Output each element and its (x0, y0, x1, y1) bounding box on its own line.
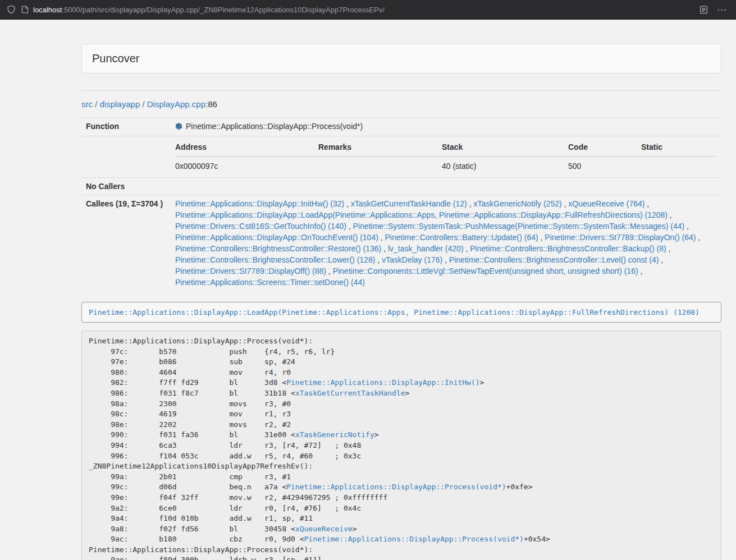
asm-symbol-link[interactable]: Pinetime::Applications::DisplayApp::Init… (286, 378, 479, 387)
symbol-header-row: AddressRemarksStackCodeStatic (175, 139, 717, 157)
callee-separator: , (666, 244, 671, 253)
function-icon (175, 122, 182, 133)
symbol-stats-cell: AddressRemarksStackCodeStatic 0x0000097c… (171, 136, 721, 178)
callee-separator: , (696, 233, 701, 242)
url-text: localhost:5000/path/src/displayapp/Displ… (33, 6, 385, 14)
callee-link[interactable]: xTaskGetCurrentTaskHandle (12) (351, 199, 467, 208)
page-icon (21, 6, 29, 13)
callee-separator: , (638, 267, 643, 276)
callee-link[interactable]: Pinetime::System::SystemTask::PushMessag… (353, 222, 685, 231)
callee-separator: , (464, 244, 470, 253)
column-header-address: Address (175, 139, 318, 157)
callee-link[interactable]: Pinetime::Controllers::BrightnessControl… (175, 244, 381, 253)
callee-separator: , (326, 267, 333, 276)
toolbar-actions: ⋯ (700, 5, 729, 15)
column-header-static: Static (641, 139, 717, 157)
asm-symbol-link[interactable]: xQueueReceive (295, 525, 353, 533)
function-table: Function Pinetime::Applications::Display… (81, 117, 721, 291)
breadcrumb-link[interactable]: DisplayApp.cpp (147, 99, 205, 109)
column-header-stack: Stack (442, 139, 568, 157)
symbol-value-code: 500 (568, 157, 641, 175)
callees-row: Callees (19, Σ=3704 ) Pinetime::Applicat… (81, 195, 721, 291)
symbol-value-stack: 40 (static) (442, 157, 568, 175)
symbol-value-static (641, 157, 717, 175)
no-callers-row: No Callers (81, 178, 721, 195)
function-label: Function (81, 118, 171, 136)
highlighted-symbol-link[interactable]: Pinetime::Applications::DisplayApp::Load… (89, 308, 700, 316)
symbol-stats-table: AddressRemarksStackCodeStatic 0x0000097c… (175, 139, 717, 175)
symbol-stats-row: AddressRemarksStackCodeStatic 0x0000097c… (81, 136, 721, 178)
callee-link[interactable]: xQueueReceive (764) (568, 199, 644, 208)
divider (81, 90, 721, 91)
callee-separator: , (644, 199, 649, 208)
callee-link[interactable]: Pinetime::Controllers::BrightnessControl… (175, 255, 375, 264)
no-callers-cell (171, 178, 721, 195)
callee-separator: , (562, 199, 569, 208)
callee-link[interactable]: Pinetime::Controllers::BrightnessControl… (470, 244, 666, 253)
function-row: Function Pinetime::Applications::Display… (81, 118, 721, 136)
symbol-stats-label-cell (81, 136, 171, 178)
shield-icon[interactable] (7, 5, 16, 14)
callee-link[interactable]: Pinetime::Applications::DisplayApp::Init… (175, 199, 344, 208)
asm-symbol-link[interactable]: xTaskGenericNotify (295, 430, 374, 439)
no-callers-label: No Callers (81, 178, 171, 195)
reader-view-icon[interactable] (700, 6, 708, 14)
breadcrumb-line-number: :86 (205, 99, 217, 109)
callee-separator: , (344, 199, 351, 208)
function-name-cell: Pinetime::Applications::DisplayApp::Proc… (171, 118, 721, 136)
callee-separator: , (442, 255, 449, 264)
content-container: Puncover src / displayapp / DisplayApp.c… (81, 20, 721, 560)
browser-toolbar: localhost:5000/path/src/displayapp/Displ… (0, 0, 736, 20)
callee-link[interactable]: Pinetime::Drivers::Cst816S::GetTouchInfo… (175, 222, 346, 231)
callee-link[interactable]: xTaskGenericNotify (252) (473, 199, 561, 208)
callees-list: Pinetime::Applications::DisplayApp::Init… (171, 195, 721, 291)
app-header: Puncover (81, 44, 721, 74)
callee-link[interactable]: vTaskDelay (176) (382, 255, 442, 264)
callee-separator: , (659, 255, 663, 264)
callee-link[interactable]: Pinetime::Controllers::BrightnessControl… (449, 255, 659, 264)
column-header-remarks: Remarks (318, 139, 442, 157)
menu-dots-icon[interactable]: ⋯ (717, 5, 727, 15)
puncover-page: Puncover src / displayapp / DisplayApp.c… (0, 20, 736, 560)
callee-link[interactable]: Pinetime::Applications::Screens::Timer::… (175, 278, 365, 287)
callee-separator: , (684, 222, 689, 231)
breadcrumb-link[interactable]: displayapp (100, 99, 140, 109)
callees-label: Callees (19, Σ=3704 ) (81, 195, 171, 291)
breadcrumb: src / displayapp / DisplayApp.cpp:86 (81, 99, 721, 110)
highlighted-symbol-box: Pinetime::Applications::DisplayApp::Load… (81, 302, 721, 323)
asm-symbol-link[interactable]: Pinetime::Applications::DisplayApp::Proc… (286, 483, 506, 491)
breadcrumb-link[interactable]: src (81, 99, 93, 109)
callee-link[interactable]: Pinetime::Controllers::Battery::Update()… (385, 233, 538, 242)
callee-separator: , (467, 199, 474, 208)
callee-separator: , (378, 233, 385, 242)
asm-symbol-link[interactable]: xTaskGetCurrentTaskHandle (295, 389, 405, 397)
breadcrumb-separator: / (93, 99, 100, 109)
callee-link[interactable]: Pinetime::Applications::DisplayApp::OnTo… (175, 233, 378, 242)
breadcrumb-separator: / (140, 99, 147, 109)
callee-link[interactable]: Pinetime::Components::LittleVgl::SetNewT… (333, 267, 638, 276)
url-bar[interactable]: localhost:5000/path/src/displayapp/Displ… (21, 6, 694, 14)
symbol-value-address: 0x0000097c (175, 157, 318, 175)
callee-separator: , (346, 222, 353, 231)
callee-separator: , (538, 233, 545, 242)
disassembly: Pinetime::Applications::DisplayApp::Proc… (81, 331, 721, 560)
page-title: Puncover (92, 52, 140, 65)
url-path: :5000/path/src/displayapp/DisplayApp.cpp… (62, 6, 385, 14)
asm-symbol-link[interactable]: Pinetime::Applications::DisplayApp::Proc… (304, 535, 524, 543)
function-name: Pinetime::Applications::DisplayApp::Proc… (186, 122, 363, 131)
callee-link[interactable]: Pinetime::Applications::DisplayApp::Load… (175, 210, 668, 219)
callee-separator: , (381, 244, 388, 253)
callee-link[interactable]: Pinetime::Drivers::St7789::DisplayOn() (… (545, 233, 696, 242)
callee-separator: , (668, 210, 672, 219)
callee-separator: , (375, 255, 382, 264)
symbol-value-row: 0x0000097c40 (static)500 (175, 157, 717, 175)
symbol-value-remarks (318, 157, 442, 175)
url-host: localhost (33, 6, 62, 14)
callee-link[interactable]: lv_task_handler (420) (388, 244, 464, 253)
callee-link[interactable]: Pinetime::Drivers::St7789::DisplayOff() … (175, 267, 326, 276)
column-header-code: Code (568, 139, 641, 157)
